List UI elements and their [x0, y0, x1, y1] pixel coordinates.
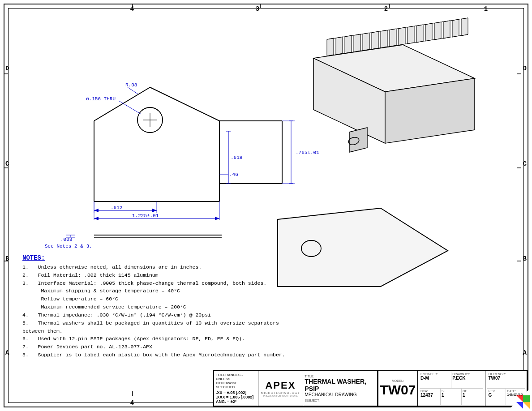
svg-marker-86 — [523, 395, 530, 402]
note-2: 2. Foil Material: .002 thick 1145 alumin… — [22, 271, 300, 279]
svg-marker-73 — [425, 23, 432, 41]
svg-marker-42 — [152, 209, 157, 212]
svg-marker-71 — [408, 26, 414, 44]
svg-text:1.225±.01: 1.225±.01 — [132, 213, 159, 218]
model-section: MODEL: TW07 — [378, 371, 418, 406]
svg-marker-63 — [336, 37, 343, 55]
model-label: MODEL: — [392, 379, 404, 382]
svg-text:.46: .46 — [229, 172, 238, 177]
title-sub: MECHANICAL DRAWING — [305, 392, 375, 397]
note-1: 1. Unless otherwise noted, all dimension… — [22, 263, 300, 271]
svg-marker-75 — [443, 21, 450, 39]
svg-marker-77 — [461, 18, 468, 36]
file-field: FILE/ENGR: TW07 — [487, 372, 525, 389]
svg-marker-82 — [278, 208, 448, 287]
note-3a: Maximum shipping & storage temperature –… — [22, 287, 300, 295]
svg-marker-76 — [452, 19, 459, 37]
svg-line-24 — [128, 87, 138, 94]
tol-xx: .XX = ±.05 [.002] — [216, 390, 256, 395]
tolerances-label: TOLERANCES • UNLESSOTHERWISE SPECIFIED — [216, 373, 256, 389]
note-6: 6. Used with 12-pin PSIP packages (Apex … — [22, 335, 300, 343]
svg-marker-65 — [354, 34, 360, 52]
title-main: THERMAL WASHER, PSIP — [305, 378, 375, 392]
svg-marker-66 — [363, 33, 369, 51]
engineer-label: ENGINEER: — [420, 372, 450, 376]
svg-line-26 — [119, 101, 141, 114]
sil-value: 1 — [442, 393, 460, 398]
notes-title: NOTES: — [22, 254, 300, 261]
svg-text:R.08: R.08 — [125, 82, 137, 88]
svg-text:See Notes 2 & 3.: See Notes 2 & 3. — [45, 244, 92, 249]
svg-line-15 — [94, 87, 150, 121]
eng-info-section: ENGINEER: D-M DRAWN BY: P.ECK DCA: 12437… — [418, 371, 485, 406]
sil-label: SIL — [442, 390, 460, 393]
svg-marker-48 — [215, 217, 219, 220]
title-section: TITLE: THERMAL WASHER, PSIP MECHANICAL D… — [303, 371, 378, 406]
rev-label: REV: — [488, 390, 505, 393]
sil-field: SIL 1 — [441, 388, 462, 405]
notes-section: NOTES: 1. Unless otherwise noted, all di… — [22, 254, 300, 359]
subject-label: SUBJECT: — [305, 399, 375, 402]
svg-marker-67 — [372, 31, 378, 49]
note-3b: Reflow temperature – 60°C — [22, 295, 300, 303]
engineer-value: D-M — [420, 376, 450, 381]
tol-xxx: .XXX = ±.005 [.0002] — [216, 395, 256, 399]
note-8: 8. Supplier is to label each plastic box… — [22, 351, 300, 359]
of-field: OF 1 — [462, 388, 483, 405]
svg-marker-64 — [345, 35, 352, 53]
col-label-4-bot: 4 — [69, 399, 195, 407]
title-block: TOLERANCES • UNLESSOTHERWISE SPECIFIED .… — [213, 370, 528, 407]
svg-text:.003: .003 — [60, 237, 72, 242]
svg-text:.618: .618 — [231, 155, 242, 160]
svg-marker-74 — [434, 22, 441, 40]
dca-label: DCA: — [420, 390, 439, 393]
svg-marker-69 — [390, 29, 396, 47]
svg-line-16 — [150, 87, 219, 121]
apex-tagline: PRECISION FOR YOUR FUTURE — [261, 394, 300, 397]
note-5: 5. Thermal washers shall be packaged in … — [22, 319, 300, 335]
svg-marker-47 — [94, 217, 99, 220]
title-label: TITLE: — [305, 375, 375, 378]
svg-marker-72 — [416, 25, 423, 43]
of-label: OF — [463, 390, 482, 393]
svg-text:.612: .612 — [111, 205, 122, 210]
file-label: FILE/ENGR: — [488, 372, 524, 376]
apex-subtitle: MICROTECHNOLOGY — [261, 391, 300, 394]
of-value: 1 — [463, 393, 482, 398]
rev-value: G — [488, 393, 505, 398]
note-3c: Maximum recommended service temperature … — [22, 303, 300, 311]
svg-marker-68 — [381, 30, 387, 48]
dca-field: DCA: 12437 — [420, 388, 441, 405]
apex-logo-text: APEX — [261, 380, 300, 391]
svg-marker-62 — [327, 38, 334, 56]
tolerances-section: TOLERANCES • UNLESSOTHERWISE SPECIFIED .… — [214, 371, 258, 406]
svg-marker-70 — [399, 27, 405, 45]
drawn-by-label: DRAWN BY: — [452, 372, 482, 376]
dca-value: 12437 — [420, 393, 439, 398]
svg-marker-80 — [349, 128, 367, 152]
rev-field: REV: G — [487, 389, 506, 405]
drawn-by-field: DRAWN BY: P.ECK — [451, 372, 483, 388]
model-value: TW07 — [380, 382, 416, 398]
file-value: TW07 — [488, 376, 524, 381]
note-4: 4. Thermal impedance: .030 °C/W-in² (.19… — [22, 311, 300, 319]
svg-text:.765±.01: .765±.01 — [296, 150, 319, 155]
svg-text:ø.156  THRU: ø.156 THRU — [86, 96, 116, 102]
drawn-by-value: P.ECK — [452, 376, 482, 381]
tol-ang: ANG. = ±2° — [216, 399, 256, 404]
engineer-field: ENGINEER: D-M — [420, 372, 451, 388]
note-7: 7. Power Devices part no. AL-123-077-APX — [22, 343, 300, 351]
note-3: 3. Interface Material: .0005 thick phase… — [22, 279, 300, 287]
apex-logo-section: APEX MICROTECHNOLOGY PRECISION FOR YOUR … — [258, 371, 303, 406]
svg-marker-41 — [94, 209, 99, 212]
